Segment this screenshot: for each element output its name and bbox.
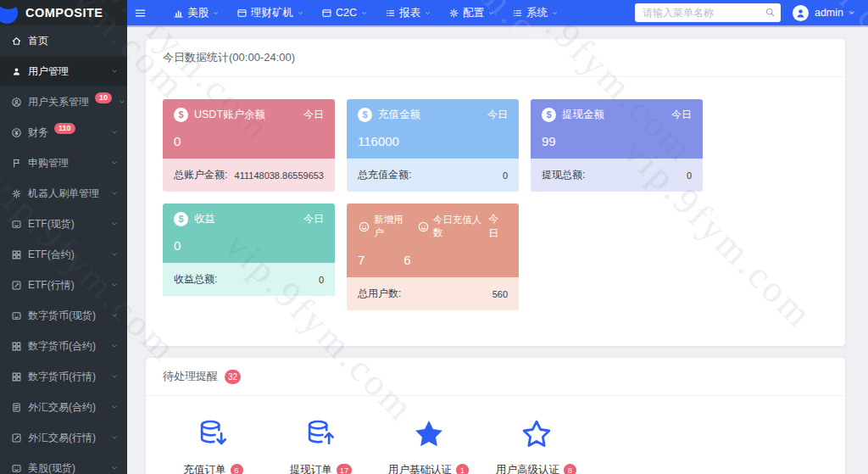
sidebar-item-label: 外汇交易(行情) [28,431,96,445]
avatar[interactable] [793,5,809,21]
nav-menu-item[interactable]: C2C [313,0,376,25]
star-filled-icon [413,418,445,450]
stat-card-title: 充值金额 [378,108,420,122]
stat-card-value: 0 [174,238,181,253]
stat-card-tag: 今日 [487,108,508,122]
chevron-down-icon[interactable] [848,8,856,17]
dollar-circle-icon: $ [542,108,556,122]
sidebar-item[interactable]: ETF(行情) [0,270,127,300]
sidebar-item[interactable]: 数字货币(现货) [0,300,127,331]
db-up-icon [305,418,337,450]
home-icon [11,36,22,47]
stat-card-footer-label: 总用户数: [358,287,401,301]
stat-card[interactable]: $收益今日0收益总额:0 [163,204,335,310]
stat-card-value: 99 [542,134,556,148]
nav-menu-item[interactable]: 理财矿机 [228,0,313,25]
nav-menu-item[interactable]: 配置 [440,0,504,25]
pending-reminders-header: 待处理提醒 32 [146,358,845,396]
sidebar-badge: 10 [95,92,112,103]
chevron-down-icon [110,128,119,137]
sidebar-item[interactable]: 数字货币(合约) [0,331,127,361]
sidebar-item-label: 机器人刷单管理 [28,187,99,201]
reminder-badge: 1 [456,464,469,474]
stat-card-footer-label: 收益总额: [174,272,217,287]
sidebar-item[interactable]: ETF(现货) [0,209,127,239]
grid-icon [11,249,22,260]
reminder-item[interactable]: 充值订单6 [159,418,267,474]
top-menu: 美股理财矿机C2C报表配置系统 [164,0,567,25]
chevron-down-icon [487,9,495,17]
stat-card-value: 7 [358,253,364,267]
sidebar-item[interactable]: 财务110 [0,117,127,148]
pending-reminders-panel: 待处理提醒 32 充值订单6提现订单17用户基础认证1用户高级认证8 [146,358,845,474]
nav-menu-item[interactable]: 报表 [376,0,440,25]
chevron-down-icon [212,9,220,17]
sidebar: 首页用户管理用户关系管理10财务110申购管理机器人刷单管理ETF(现货)ETF… [0,25,127,474]
nav-menu-item[interactable]: 美股 [164,0,228,25]
hamburger-menu-icon[interactable] [127,0,153,25]
chevron-down-icon [110,311,119,320]
stat-card-footer-value: 0 [319,275,324,285]
sidebar-item[interactable]: 申购管理 [0,148,127,178]
search-input[interactable] [635,3,781,22]
sidebar-item-label: ETF(行情) [28,278,75,293]
stat-card-footer: 总用户数:560 [347,277,519,310]
sidebar-item[interactable]: 数字货币(行情) [0,361,127,392]
sidebar-item[interactable]: ETF(合约) [0,239,127,270]
reminder-item[interactable]: 用户基础认证1 [375,418,482,474]
chart-bar-icon [173,8,184,19]
sidebar-item[interactable]: 外汇交易(合约) [0,392,127,422]
stat-card-value-2: 6 [403,253,410,267]
reminder-item[interactable]: 提现订单17 [267,418,375,474]
stat-card-tag: 今日 [303,108,324,122]
chevron-down-icon [110,159,119,167]
dollar-circle-icon: $ [174,108,188,122]
crescent-logo-icon [0,2,18,24]
sidebar-item[interactable]: 首页 [0,25,127,56]
pending-reminders-title: 待处理提醒 [163,369,218,384]
grid-icon [11,371,22,382]
reminder-items: 充值订单6提现订单17用户基础认证1用户高级认证8 [146,396,845,474]
user-name[interactable]: admin [815,7,843,19]
monitor-icon [11,219,22,230]
dollar-circle-icon: $ [358,108,372,122]
stat-card-tag: 今日 [303,212,324,226]
nav-menu-label: 美股 [187,6,209,20]
stat-card[interactable]: $提现金额今日99提现总额:0 [531,99,703,192]
gear-icon [448,8,459,19]
pending-total-badge: 32 [225,370,241,384]
nav-menu-label: 配置 [463,6,484,20]
stat-card-footer: 提现总额:0 [531,159,703,192]
star-outline-icon [520,418,553,450]
nav-menu-item[interactable]: 系统 [504,0,567,25]
monitor-icon [11,463,22,474]
sidebar-badge: 110 [54,123,75,134]
sidebar-item[interactable]: 用户关系管理10 [0,86,127,117]
stat-card[interactable]: $充值金额今日116000总充值金额:0 [347,99,519,192]
stat-card-title-2: 今日充值人数 [433,214,489,239]
grid-icon [11,341,22,352]
stat-card[interactable]: 新增用户今日充值人数今日76总用户数:560 [347,204,519,310]
stat-card[interactable]: $USDT账户余额今日0总账户金额:411148038.86559653 [163,99,335,192]
chevron-down-icon [118,98,126,106]
sidebar-item-label: 数字货币(行情) [28,370,96,384]
stat-card-footer-value: 0 [503,170,508,181]
reminder-item[interactable]: 用户高级认证8 [482,418,590,474]
user-circle-icon [11,97,22,108]
today-stats-title: 今日数据统计(00:00-24:00) [163,50,295,65]
chevron-down-icon [110,464,119,472]
stat-card-title: 提现金额 [562,108,604,122]
stat-card-footer-label: 总充值金额: [358,168,411,182]
chevron-down-icon [297,9,304,17]
sidebar-item[interactable]: 用户管理 [0,56,127,86]
sidebar-item[interactable]: 美股(现货) [0,453,127,474]
reminder-badge: 6 [231,464,243,474]
search-icon [765,7,776,18]
dollar-circle-icon: $ [174,212,188,226]
stat-card-footer-value: 560 [492,289,508,299]
sidebar-item[interactable]: 外汇交易(行情) [0,422,127,453]
reminder-badge: 17 [337,464,353,474]
chevron-down-icon [110,403,119,411]
sidebar-item[interactable]: 机器人刷单管理 [0,178,127,209]
top-navbar: COMPOSITE 美股理财矿机C2C报表配置系统 admin [0,0,868,25]
